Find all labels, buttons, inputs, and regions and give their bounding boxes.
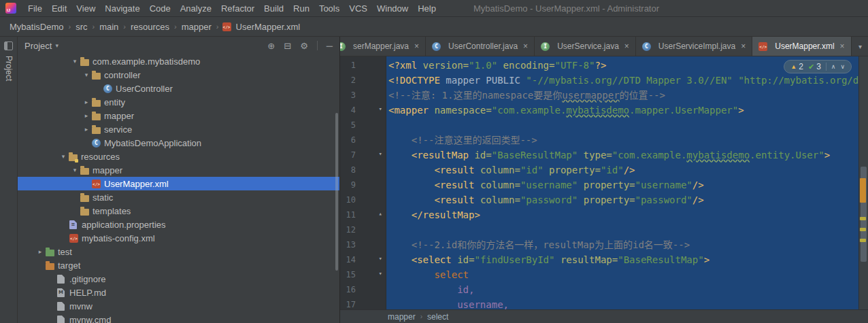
tree-item-resources[interactable]: ▾resources bbox=[18, 150, 339, 163]
menu-edit[interactable]: Edit bbox=[47, 1, 71, 16]
menu-code[interactable]: Code bbox=[145, 1, 176, 16]
tab-usermapper-xml[interactable]: </>UserMapper.xml× bbox=[752, 37, 851, 56]
project-scrollbar[interactable] bbox=[335, 113, 338, 271]
code-line[interactable]: <result column="password" property="pass… bbox=[388, 192, 868, 207]
chevron-right-icon[interactable]: ▸ bbox=[81, 126, 92, 133]
code-line[interactable]: <select id="findUserById" resultMap="Bas… bbox=[388, 252, 868, 267]
tree-item-com-example-mybatisdemo[interactable]: ▾com.example.mybatisdemo bbox=[18, 54, 339, 68]
code-line[interactable]: <!DOCTYPE mapper PUBLIC "-//mybatis.org/… bbox=[388, 73, 868, 88]
next-issue-button[interactable]: ∨ bbox=[840, 63, 845, 70]
tree-item-mvnw-cmd[interactable]: mvnw.cmd bbox=[18, 313, 339, 323]
close-icon[interactable]: × bbox=[414, 41, 419, 51]
breadcrumb-item-main[interactable]: main bbox=[98, 22, 120, 32]
tab-usercontroller-java[interactable]: CUserController.java× bbox=[426, 37, 535, 56]
fold-down-icon[interactable]: ▾ bbox=[379, 105, 382, 112]
menu-view[interactable]: View bbox=[71, 1, 100, 16]
code-line[interactable]: <mapper namespace="com.example.mybatisde… bbox=[388, 103, 868, 118]
tree-item-entity[interactable]: ▸entity bbox=[18, 95, 339, 109]
line-number: 12 bbox=[346, 225, 356, 235]
tree-item-static[interactable]: static bbox=[18, 190, 339, 204]
breadcrumb-item-mapper[interactable]: mapper bbox=[180, 22, 213, 32]
menu-navigate[interactable]: Navigate bbox=[100, 1, 144, 16]
tree-item-test[interactable]: ▸test bbox=[18, 245, 339, 258]
tree-item-gitignore[interactable]: .gitignore bbox=[18, 272, 339, 286]
menu-file[interactable]: File bbox=[23, 1, 47, 16]
chevron-down-icon[interactable]: ▾ bbox=[55, 42, 59, 49]
tree-item-templates[interactable]: templates bbox=[18, 204, 339, 218]
warning-icon: ▲ bbox=[790, 63, 797, 70]
tree-item-service[interactable]: ▸service bbox=[18, 122, 339, 136]
close-icon[interactable]: × bbox=[523, 41, 528, 51]
tree-item-usercontroller[interactable]: CUserController bbox=[18, 82, 339, 95]
tab-list-dropdown-icon[interactable]: ▾ bbox=[852, 37, 868, 56]
code-line[interactable]: <!--2.id和你的方法名一样，resultMap为上面的id名一致--> bbox=[388, 237, 868, 252]
tree-item-application-properties[interactable]: ≡application.properties bbox=[18, 218, 339, 231]
menu-window[interactable]: Window bbox=[372, 1, 413, 16]
tree-item-target[interactable]: target bbox=[18, 258, 339, 272]
breadcrumb-item-resources[interactable]: resources bbox=[129, 22, 171, 32]
menu-refactor[interactable]: Refactor bbox=[216, 1, 259, 16]
code-line[interactable]: <!--注意: 1.这里的namespace要是你usermapper的位置--… bbox=[388, 88, 868, 103]
settings-icon[interactable]: ⚙ bbox=[300, 41, 308, 51]
code-line[interactable] bbox=[388, 222, 868, 237]
code-line[interactable]: username, bbox=[388, 297, 868, 309]
tree-item-controller[interactable]: ▾controller bbox=[18, 68, 339, 82]
menu-analyze[interactable]: Analyze bbox=[176, 1, 216, 16]
close-icon[interactable]: × bbox=[840, 41, 845, 51]
tab-sermapper-java[interactable]: IserMapper.java× bbox=[340, 37, 426, 56]
locate-icon[interactable]: ⊕ bbox=[267, 41, 275, 51]
editor-breadcrumb-mapper[interactable]: mapper bbox=[388, 312, 416, 322]
breadcrumb-item-src[interactable]: src bbox=[74, 22, 88, 32]
close-icon[interactable]: × bbox=[741, 41, 746, 51]
menu-run[interactable]: Run bbox=[288, 1, 314, 16]
chevron-right-icon[interactable]: ▸ bbox=[81, 112, 92, 119]
folder-icon bbox=[80, 168, 89, 175]
project-panel-title[interactable]: Project bbox=[24, 41, 52, 51]
code-line[interactable]: <resultMap id="BaseResultMap" type="com.… bbox=[388, 148, 868, 163]
menu-build[interactable]: Build bbox=[259, 1, 288, 16]
close-icon[interactable]: × bbox=[624, 41, 629, 51]
editor-breadcrumb-select[interactable]: select bbox=[427, 312, 448, 322]
code-line[interactable]: <result column="id" property="id"/> bbox=[388, 163, 868, 177]
tree-item-mvnw[interactable]: mvnw bbox=[18, 299, 339, 313]
code-line[interactable]: <!--注意这里的返回类型--> bbox=[388, 133, 868, 148]
tab-userserviceimpl-java[interactable]: CUserServiceImpl.java× bbox=[636, 37, 752, 56]
code-line[interactable]: <result column="username" property="user… bbox=[388, 177, 868, 192]
menu-help[interactable]: Help bbox=[413, 1, 441, 16]
fold-up-icon[interactable]: ▴ bbox=[379, 210, 382, 217]
breadcrumb-item-mybatisdemo[interactable]: MybatisDemo bbox=[8, 22, 65, 32]
fold-down-icon[interactable]: ▾ bbox=[379, 255, 382, 262]
chevron-down-icon[interactable]: ▾ bbox=[58, 153, 69, 160]
code-line[interactable] bbox=[388, 118, 868, 133]
chevron-right-icon[interactable]: ▸ bbox=[81, 99, 92, 105]
hide-icon[interactable]: ─ bbox=[327, 41, 333, 51]
tree-item-mybatisdemoapplication[interactable]: CMybatisDemoApplication bbox=[18, 136, 339, 150]
project-tool-window-button[interactable]: Project bbox=[4, 56, 14, 81]
chevron-down-icon[interactable]: ▾ bbox=[69, 58, 80, 65]
collapse-all-icon[interactable]: ⊟ bbox=[284, 41, 291, 51]
inspections-widget[interactable]: ▲ 2 ✔ 3 ∧ ∨ bbox=[784, 60, 852, 73]
fold-down-icon[interactable]: ▾ bbox=[379, 150, 382, 157]
tree-item-mybatis-config-xml[interactable]: </>mybatis-config.xml bbox=[18, 231, 339, 245]
chevron-right-icon[interactable]: ▸ bbox=[35, 248, 46, 255]
code-area[interactable]: <?xml version="1.0" encoding="UTF-8"?><!… bbox=[386, 56, 868, 309]
chevron-down-icon[interactable]: ▾ bbox=[81, 71, 92, 78]
tree-item-mapper[interactable]: ▾mapper bbox=[18, 163, 339, 177]
chevron-down-icon[interactable]: ▾ bbox=[69, 167, 80, 173]
code-line[interactable]: </resultMap> bbox=[388, 207, 868, 222]
class-icon: C bbox=[92, 139, 101, 148]
code-line[interactable]: id, bbox=[388, 282, 868, 297]
editor-gutter: 1234▾567▾891011▴121314▾15▾1617 bbox=[340, 56, 386, 309]
menu-tools[interactable]: Tools bbox=[314, 1, 344, 16]
code-line[interactable]: select bbox=[388, 267, 868, 282]
tree-item-mapper[interactable]: ▸mapper bbox=[18, 109, 339, 122]
class-icon: C bbox=[103, 84, 112, 93]
prev-issue-button[interactable]: ∧ bbox=[831, 63, 836, 70]
error-stripe-scrollbar[interactable] bbox=[858, 56, 868, 309]
fold-down-icon[interactable]: ▾ bbox=[379, 270, 382, 277]
breadcrumb-item-usermapper-xml[interactable]: UserMapper.xml bbox=[235, 22, 302, 32]
menu-vcs[interactable]: VCS bbox=[344, 1, 372, 16]
tab-userservice-java[interactable]: IUserService.java× bbox=[535, 37, 636, 56]
tree-item-usermapper-xml[interactable]: </>UserMapper.xml bbox=[18, 177, 339, 190]
tree-item-help-md[interactable]: MHELP.md bbox=[18, 286, 339, 299]
